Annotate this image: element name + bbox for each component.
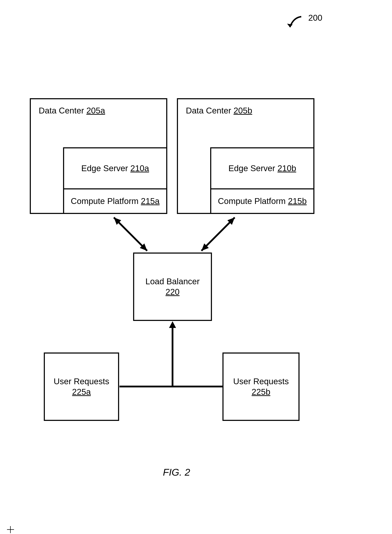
user-requests-a-title: User Requests: [54, 376, 109, 387]
compute-platform-b-box: Compute Platform 215b: [210, 188, 314, 214]
compute-platform-b-label: Compute Platform 215b: [218, 196, 307, 206]
user-requests-b-box: User Requests 225b: [222, 353, 299, 421]
user-requests-a-ref: 225a: [72, 387, 91, 397]
figure-ref-number: 200: [308, 13, 322, 23]
user-requests-a-box: User Requests 225a: [44, 353, 119, 421]
load-balancer-title: Load Balancer: [145, 276, 200, 287]
load-balancer-ref: 220: [166, 287, 180, 297]
connector-lb-to-dc-b: [193, 212, 245, 256]
crop-mark-icon: [7, 526, 14, 533]
user-requests-b-ref: 225b: [252, 387, 271, 397]
diagram-page: 200 Data Center 205a Edge Server 210a Co…: [0, 0, 392, 534]
connector-ur-to-lb: [117, 319, 228, 389]
connector-lb-to-dc-a: [105, 212, 158, 256]
data-center-a-label: Data Center 205a: [39, 105, 105, 116]
figure-ref-arrow-icon: [280, 14, 305, 33]
edge-server-b-box: Edge Server 210b: [210, 147, 314, 189]
figure-caption: FIG. 2: [163, 467, 190, 478]
user-requests-b-title: User Requests: [233, 376, 289, 387]
svg-marker-10: [169, 321, 176, 328]
compute-platform-a-label: Compute Platform 215a: [71, 196, 159, 206]
data-center-b-label: Data Center 205b: [186, 105, 252, 116]
edge-server-a-box: Edge Server 210a: [63, 147, 167, 189]
load-balancer-box: Load Balancer 220: [133, 253, 212, 321]
compute-platform-a-box: Compute Platform 215a: [63, 188, 167, 214]
edge-server-b-label: Edge Server 210b: [229, 163, 296, 174]
edge-server-a-label: Edge Server 210a: [81, 163, 149, 174]
